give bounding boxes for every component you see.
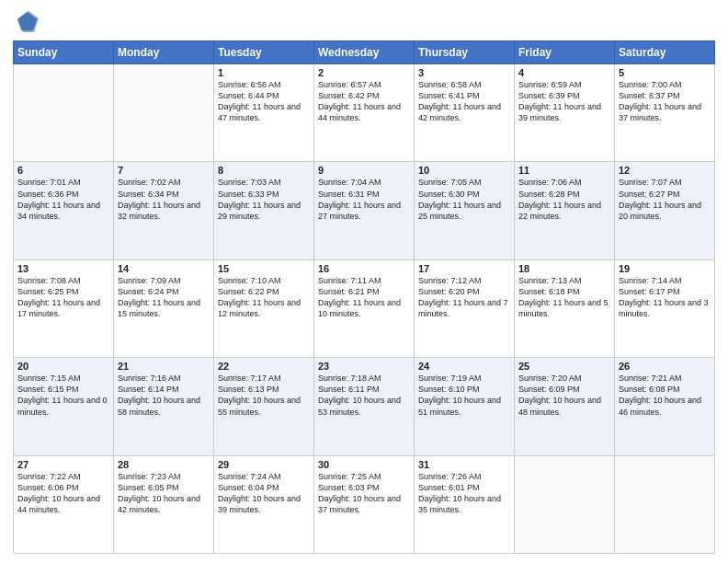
day-info: Sunrise: 6:58 AM Sunset: 6:41 PM Dayligh… (418, 79, 510, 124)
calendar-week-row: 6Sunrise: 7:01 AM Sunset: 6:36 PM Daylig… (14, 162, 715, 259)
day-info: Sunrise: 7:01 AM Sunset: 6:36 PM Dayligh… (17, 177, 109, 222)
day-info: Sunrise: 6:56 AM Sunset: 6:44 PM Dayligh… (218, 79, 310, 124)
calendar-cell: 20Sunrise: 7:15 AM Sunset: 6:15 PM Dayli… (14, 358, 114, 455)
calendar-cell: 14Sunrise: 7:09 AM Sunset: 6:24 PM Dayli… (114, 259, 214, 357)
day-number: 13 (17, 263, 109, 274)
calendar-cell: 22Sunrise: 7:17 AM Sunset: 6:13 PM Dayli… (214, 358, 314, 455)
calendar-cell: 7Sunrise: 7:02 AM Sunset: 6:34 PM Daylig… (114, 162, 214, 259)
calendar-cell: 23Sunrise: 7:18 AM Sunset: 6:11 PM Dayli… (314, 358, 415, 455)
calendar-cell: 13Sunrise: 7:08 AM Sunset: 6:25 PM Dayli… (14, 259, 114, 357)
day-info: Sunrise: 7:10 AM Sunset: 6:22 PM Dayligh… (218, 275, 310, 320)
day-info: Sunrise: 7:06 AM Sunset: 6:28 PM Dayligh… (518, 177, 610, 222)
day-number: 12 (619, 165, 711, 176)
logo (13, 9, 42, 35)
day-number: 17 (418, 263, 510, 274)
day-info: Sunrise: 7:09 AM Sunset: 6:24 PM Dayligh… (118, 275, 210, 320)
day-info: Sunrise: 7:19 AM Sunset: 6:10 PM Dayligh… (418, 373, 510, 418)
day-number: 18 (518, 263, 610, 274)
day-number: 23 (318, 361, 410, 372)
day-info: Sunrise: 7:15 AM Sunset: 6:15 PM Dayligh… (17, 373, 109, 418)
day-info: Sunrise: 7:00 AM Sunset: 6:37 PM Dayligh… (619, 79, 711, 124)
calendar-cell: 26Sunrise: 7:21 AM Sunset: 6:08 PM Dayli… (615, 358, 715, 455)
calendar-cell: 2Sunrise: 6:57 AM Sunset: 6:42 PM Daylig… (314, 64, 415, 162)
calendar-cell (615, 455, 715, 553)
calendar-cell: 1Sunrise: 6:56 AM Sunset: 6:44 PM Daylig… (214, 64, 314, 162)
calendar-cell: 17Sunrise: 7:12 AM Sunset: 6:20 PM Dayli… (415, 259, 515, 357)
calendar-cell: 18Sunrise: 7:13 AM Sunset: 6:18 PM Dayli… (515, 259, 615, 357)
day-info: Sunrise: 7:23 AM Sunset: 6:05 PM Dayligh… (118, 471, 210, 516)
day-number: 21 (118, 361, 210, 372)
day-number: 24 (418, 361, 510, 372)
header (13, 9, 715, 35)
day-info: Sunrise: 7:20 AM Sunset: 6:09 PM Dayligh… (518, 373, 610, 418)
day-number: 2 (318, 67, 410, 78)
weekday-header: Friday (515, 41, 615, 64)
weekday-header: Tuesday (214, 41, 314, 64)
day-number: 15 (218, 263, 310, 274)
day-info: Sunrise: 7:18 AM Sunset: 6:11 PM Dayligh… (318, 373, 410, 418)
day-number: 8 (218, 165, 310, 176)
weekday-header: Monday (114, 41, 214, 64)
calendar-week-row: 13Sunrise: 7:08 AM Sunset: 6:25 PM Dayli… (14, 259, 715, 357)
calendar-cell: 6Sunrise: 7:01 AM Sunset: 6:36 PM Daylig… (14, 162, 114, 259)
day-number: 9 (318, 165, 410, 176)
day-info: Sunrise: 7:17 AM Sunset: 6:13 PM Dayligh… (218, 373, 310, 418)
day-info: Sunrise: 7:12 AM Sunset: 6:20 PM Dayligh… (418, 275, 510, 320)
day-info: Sunrise: 7:04 AM Sunset: 6:31 PM Dayligh… (318, 177, 410, 222)
day-number: 5 (619, 67, 711, 78)
day-number: 10 (418, 165, 510, 176)
calendar-cell (114, 64, 214, 162)
day-info: Sunrise: 7:11 AM Sunset: 6:21 PM Dayligh… (318, 275, 410, 320)
day-number: 16 (318, 263, 410, 274)
day-number: 30 (318, 459, 410, 470)
calendar-cell: 15Sunrise: 7:10 AM Sunset: 6:22 PM Dayli… (214, 259, 314, 357)
day-number: 19 (619, 263, 711, 274)
weekday-header: Saturday (615, 41, 715, 64)
day-info: Sunrise: 7:16 AM Sunset: 6:14 PM Dayligh… (118, 373, 210, 418)
day-info: Sunrise: 7:25 AM Sunset: 6:03 PM Dayligh… (318, 471, 410, 516)
day-info: Sunrise: 7:22 AM Sunset: 6:06 PM Dayligh… (17, 471, 109, 516)
day-number: 22 (218, 361, 310, 372)
calendar-cell: 28Sunrise: 7:23 AM Sunset: 6:05 PM Dayli… (114, 455, 214, 553)
calendar-cell: 31Sunrise: 7:26 AM Sunset: 6:01 PM Dayli… (415, 455, 515, 553)
day-number: 29 (218, 459, 310, 470)
calendar-cell: 12Sunrise: 7:07 AM Sunset: 6:27 PM Dayli… (615, 162, 715, 259)
day-info: Sunrise: 7:02 AM Sunset: 6:34 PM Dayligh… (118, 177, 210, 222)
calendar-cell (14, 64, 114, 162)
weekday-header: Sunday (14, 41, 114, 64)
calendar-cell: 4Sunrise: 6:59 AM Sunset: 6:39 PM Daylig… (515, 64, 615, 162)
calendar-cell: 29Sunrise: 7:24 AM Sunset: 6:04 PM Dayli… (214, 455, 314, 553)
page: SundayMondayTuesdayWednesdayThursdayFrid… (0, 0, 728, 563)
logo-icon (13, 9, 39, 35)
day-info: Sunrise: 6:59 AM Sunset: 6:39 PM Dayligh… (518, 79, 610, 124)
calendar-cell: 30Sunrise: 7:25 AM Sunset: 6:03 PM Dayli… (314, 455, 415, 553)
day-number: 7 (118, 165, 210, 176)
day-info: Sunrise: 7:14 AM Sunset: 6:17 PM Dayligh… (619, 275, 711, 320)
calendar-week-row: 27Sunrise: 7:22 AM Sunset: 6:06 PM Dayli… (14, 455, 715, 553)
calendar-cell: 3Sunrise: 6:58 AM Sunset: 6:41 PM Daylig… (415, 64, 515, 162)
calendar-cell: 5Sunrise: 7:00 AM Sunset: 6:37 PM Daylig… (615, 64, 715, 162)
day-info: Sunrise: 7:07 AM Sunset: 6:27 PM Dayligh… (619, 177, 711, 222)
calendar-cell: 8Sunrise: 7:03 AM Sunset: 6:33 PM Daylig… (214, 162, 314, 259)
day-info: Sunrise: 7:21 AM Sunset: 6:08 PM Dayligh… (619, 373, 711, 418)
weekday-header: Thursday (415, 41, 515, 64)
calendar-cell: 16Sunrise: 7:11 AM Sunset: 6:21 PM Dayli… (314, 259, 415, 357)
calendar-header-row: SundayMondayTuesdayWednesdayThursdayFrid… (14, 41, 715, 64)
day-info: Sunrise: 7:03 AM Sunset: 6:33 PM Dayligh… (218, 177, 310, 222)
day-info: Sunrise: 7:08 AM Sunset: 6:25 PM Dayligh… (17, 275, 109, 320)
calendar-cell: 19Sunrise: 7:14 AM Sunset: 6:17 PM Dayli… (615, 259, 715, 357)
weekday-header: Wednesday (314, 41, 415, 64)
day-number: 31 (418, 459, 510, 470)
calendar-cell: 27Sunrise: 7:22 AM Sunset: 6:06 PM Dayli… (14, 455, 114, 553)
calendar-cell: 24Sunrise: 7:19 AM Sunset: 6:10 PM Dayli… (415, 358, 515, 455)
calendar-cell: 9Sunrise: 7:04 AM Sunset: 6:31 PM Daylig… (314, 162, 415, 259)
day-number: 20 (17, 361, 109, 372)
calendar-cell: 11Sunrise: 7:06 AM Sunset: 6:28 PM Dayli… (515, 162, 615, 259)
calendar-cell: 25Sunrise: 7:20 AM Sunset: 6:09 PM Dayli… (515, 358, 615, 455)
day-number: 25 (518, 361, 610, 372)
day-number: 26 (619, 361, 711, 372)
day-number: 6 (17, 165, 109, 176)
calendar-cell: 10Sunrise: 7:05 AM Sunset: 6:30 PM Dayli… (415, 162, 515, 259)
day-info: Sunrise: 7:26 AM Sunset: 6:01 PM Dayligh… (418, 471, 510, 516)
calendar-week-row: 20Sunrise: 7:15 AM Sunset: 6:15 PM Dayli… (14, 358, 715, 455)
